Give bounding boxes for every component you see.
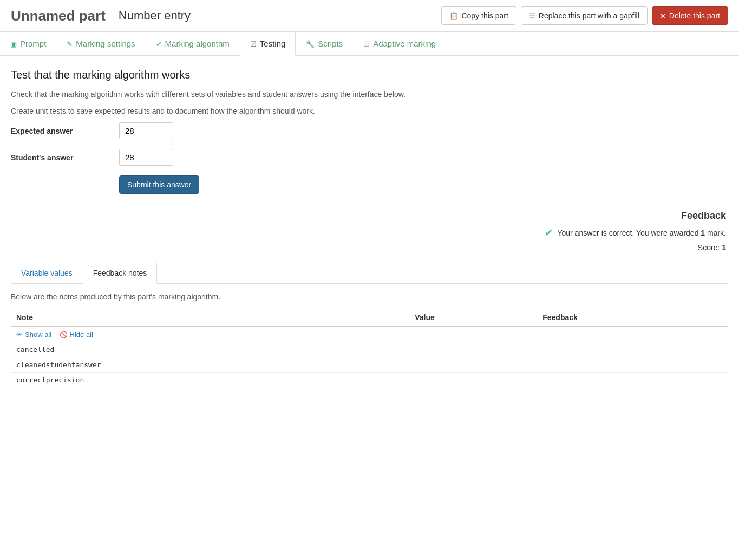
note-value [409,373,537,388]
note-feedback [537,357,728,373]
students-answer-group: Student's answer [11,149,728,166]
check-icon: ✔ [545,227,553,239]
submit-answer-label: Submit this answer [127,180,191,189]
feedback-correct-text: Your answer is correct. You were awarded… [557,229,726,237]
tab-feedback-notes[interactable]: Feedback notes [83,263,158,284]
students-answer-input[interactable] [119,149,173,166]
show-hide-row: Show all Hide all [11,327,728,342]
table-row: correctprecision [11,373,728,388]
note-feedback [537,373,728,388]
submit-answer-button[interactable]: Submit this answer [119,175,199,194]
delete-part-label: Delete this part [669,11,720,20]
replace-part-button[interactable]: Replace this part with a gapfill [521,6,648,25]
tab-marking-algorithm[interactable]: Marking algorithm [146,32,240,55]
part-type: Number entry [119,9,191,23]
tab-variable-values[interactable]: Variable values [11,263,83,283]
section-title: Test that the marking algorithm works [11,69,728,81]
replace-part-label: Replace this part with a gapfill [539,11,639,20]
scripts-icon [306,39,315,48]
note-feedback [537,342,728,357]
tab-prompt[interactable]: Prompt [0,32,56,55]
feedback-section: Feedback ✔ Your answer is correct. You w… [11,210,728,252]
description-1: Check that the marking algorithm works w… [11,89,728,100]
tab-feedback-notes-label: Feedback notes [93,269,147,277]
tab-prompt-label: Prompt [20,39,46,48]
marking-algorithm-icon [156,39,162,48]
note-name: cleanedstudentanswer [11,357,409,373]
eye-icon [16,330,23,338]
tabs: Prompt Marking settings Marking algorith… [0,32,739,56]
note-name: cancelled [11,342,409,357]
copy-part-label: Copy this part [461,11,508,20]
submit-row: Submit this answer [119,175,728,194]
show-all-link[interactable]: Show all [16,330,51,338]
tab-marking-algorithm-label: Marking algorithm [165,39,230,48]
bottom-tabs: Variable values Feedback notes [11,263,728,284]
adaptive-marking-icon [363,39,370,48]
copy-icon [449,11,458,20]
delete-part-button[interactable]: Delete this part [652,6,728,25]
table-row: cancelled [11,342,728,357]
col-value: Value [409,309,537,327]
hide-icon [60,330,68,338]
col-feedback: Feedback [537,309,728,327]
notes-description: Below are the notes produced by this par… [11,292,728,301]
tab-testing-label: Testing [260,39,286,48]
notes-table: Note Value Feedback Show all Hide all [11,309,728,387]
delete-icon [660,11,666,20]
score-line: Score: 1 [13,243,726,252]
content-area: Test that the marking algorithm works Ch… [0,56,739,400]
tab-adaptive-marking-label: Adaptive marking [373,39,436,48]
expected-answer-group: Expected answer [11,122,728,139]
testing-icon [250,39,257,48]
prompt-icon [10,39,17,48]
note-value [409,357,537,373]
top-bar: Unnamed part Number entry Copy this part… [0,0,739,32]
expected-answer-label: Expected answer [11,127,119,135]
tab-adaptive-marking[interactable]: Adaptive marking [353,32,446,55]
tab-marking-settings[interactable]: Marking settings [56,32,145,55]
hide-all-label: Hide all [70,330,93,338]
score-label: Score: [698,243,720,252]
col-note: Note [11,309,409,327]
marking-settings-icon [67,39,73,48]
feedback-correct: ✔ Your answer is correct. You were award… [13,227,726,239]
tab-variable-values-label: Variable values [21,269,73,277]
tab-scripts-label: Scripts [318,39,343,48]
show-hide-cell: Show all Hide all [11,327,728,342]
score-value: 1 [722,243,726,252]
top-bar-buttons: Copy this part Replace this part with a … [441,6,728,25]
copy-part-button[interactable]: Copy this part [441,6,516,25]
students-answer-label: Student's answer [11,153,119,162]
tab-scripts[interactable]: Scripts [296,32,353,55]
replace-icon [529,11,535,20]
part-title: Unnamed part [11,8,106,24]
description-2: Create unit tests to save expected resul… [11,106,728,117]
table-row: cleanedstudentanswer [11,357,728,373]
feedback-title: Feedback [13,210,726,222]
tab-testing[interactable]: Testing [240,32,296,56]
note-value [409,342,537,357]
tab-marking-settings-label: Marking settings [76,39,135,48]
hide-all-link[interactable]: Hide all [60,330,93,338]
show-all-label: Show all [25,330,51,338]
note-name: correctprecision [11,373,409,388]
expected-answer-input[interactable] [119,122,173,139]
